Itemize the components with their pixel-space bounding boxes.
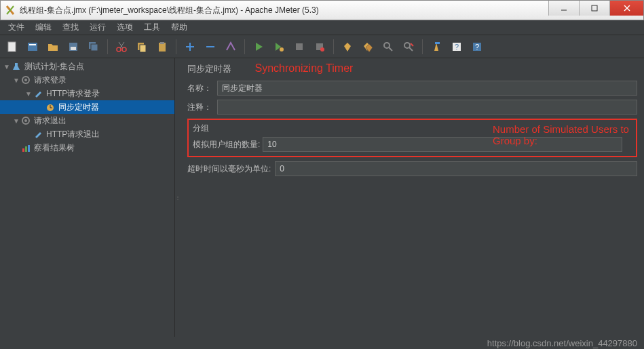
menu-tools[interactable]: 工具	[138, 20, 166, 35]
menu-help[interactable]: 帮助	[166, 20, 193, 35]
splitter[interactable]: ⋮	[175, 58, 181, 337]
start-icon[interactable]	[250, 39, 267, 55]
toolbar-separator	[422, 39, 423, 54]
menu-options[interactable]: 选项	[111, 20, 138, 35]
svg-rect-10	[91, 44, 98, 51]
svg-point-28	[404, 43, 410, 48]
help-icon[interactable]: ?	[449, 39, 465, 55]
toolbar: ? ?	[0, 35, 644, 58]
menu-file[interactable]: 文件	[3, 20, 30, 35]
tree-label: 测试计划-集合点	[24, 61, 84, 73]
tree-test-plan[interactable]: ▼ 测试计划-集合点	[0, 60, 174, 73]
search-icon[interactable]	[380, 39, 396, 55]
toolbar-separator	[333, 39, 334, 54]
footer: https://blog.csdn.net/weixin_44297880	[0, 337, 644, 349]
footer-url: https://blog.csdn.net/weixin_44297880	[487, 338, 637, 348]
svg-line-30	[411, 43, 413, 46]
svg-rect-1	[592, 5, 597, 11]
svg-line-29	[409, 47, 413, 51]
expand-icon[interactable]	[182, 39, 198, 55]
toolbar-separator	[107, 39, 108, 54]
tree-label: 察看结果树	[34, 142, 75, 154]
menu-search[interactable]: 查找	[57, 20, 84, 35]
svg-rect-18	[160, 42, 164, 44]
window-title: 线程组-集合点.jmx (F:\jmeter_workspace\线程组-集合点…	[20, 5, 548, 16]
help-context-icon[interactable]: ?	[469, 39, 485, 55]
collapse-icon[interactable]	[202, 39, 219, 55]
cut-icon[interactable]	[113, 39, 130, 55]
maximize-button[interactable]	[579, 1, 609, 16]
tree-label: HTTP请求登录	[46, 88, 100, 100]
new-icon[interactable]	[4, 39, 20, 55]
minimize-button[interactable]	[548, 1, 579, 16]
tree-label: 同步定时器	[58, 102, 99, 113]
clear-all-icon[interactable]	[360, 39, 376, 55]
menu-run[interactable]: 运行	[84, 20, 111, 35]
tree-view-results[interactable]: 察看结果树	[0, 141, 174, 155]
reset-search-icon[interactable]	[400, 39, 417, 55]
tree-sync-timer[interactable]: 同步定时器	[0, 100, 174, 114]
tree-http-logout[interactable]: HTTP请求退出	[0, 127, 174, 141]
tree-label: 请求登录	[34, 75, 67, 86]
comment-input[interactable]	[217, 100, 637, 115]
svg-point-25	[320, 47, 324, 52]
panel-title: 同步定时器	[187, 63, 231, 75]
svg-rect-5	[28, 43, 37, 51]
paste-icon[interactable]	[154, 39, 170, 55]
svg-line-27	[389, 47, 392, 51]
comment-label: 注释：	[187, 102, 217, 113]
svg-point-22	[280, 47, 284, 52]
svg-rect-23	[296, 43, 303, 50]
save-all-icon[interactable]	[86, 39, 102, 55]
svg-rect-31	[435, 42, 440, 44]
chevron-down-icon[interactable]: ▼	[12, 77, 20, 84]
toggle-icon[interactable]	[223, 39, 239, 55]
timeout-input[interactable]	[275, 161, 637, 176]
svg-rect-44	[25, 146, 27, 152]
templates-icon[interactable]	[24, 39, 41, 55]
chevron-down-icon[interactable]: ▼	[12, 117, 20, 125]
stop-icon[interactable]	[291, 39, 307, 55]
svg-text:?: ?	[475, 43, 479, 51]
start-no-pause-icon[interactable]	[271, 39, 287, 55]
content-panel: 同步定时器 Synchronizing Timer 名称： 注释： 分组 模拟用…	[181, 58, 644, 337]
toolbar-separator	[176, 39, 176, 54]
svg-rect-16	[140, 45, 146, 52]
pipette-icon	[33, 88, 43, 99]
app-icon	[5, 5, 16, 16]
clear-icon[interactable]	[339, 39, 356, 55]
menu-edit[interactable]: 编辑	[30, 20, 57, 35]
svg-rect-6	[29, 44, 36, 45]
save-icon[interactable]	[65, 39, 81, 55]
sim-users-label: 模拟用户组的数量:	[193, 139, 260, 150]
shutdown-icon[interactable]	[311, 39, 328, 55]
chevron-down-icon[interactable]: ▼	[3, 63, 11, 70]
copy-icon[interactable]	[134, 39, 150, 55]
window-titlebar: 线程组-集合点.jmx (F:\jmeter_workspace\线程组-集合点…	[0, 0, 644, 20]
chevron-down-icon[interactable]: ▼	[24, 90, 33, 98]
annotation-title: Synchronizing Timer	[254, 62, 353, 74]
results-icon	[20, 142, 31, 153]
toolbar-separator	[244, 39, 245, 54]
flask-icon	[11, 61, 22, 72]
svg-rect-45	[28, 145, 30, 152]
timeout-label: 超时时间以毫秒为单位:	[187, 163, 271, 175]
close-button[interactable]	[609, 1, 643, 16]
svg-rect-43	[22, 148, 24, 152]
svg-rect-8	[71, 47, 76, 50]
gear-icon	[20, 115, 31, 126]
tree-label: HTTP请求退出	[46, 129, 100, 140]
name-label: 名称：	[187, 83, 217, 94]
tree-request-logout[interactable]: ▼ 请求退出	[0, 114, 174, 127]
name-input[interactable]	[217, 81, 637, 96]
menubar: 文件 编辑 查找 运行 选项 工具 帮助	[0, 20, 644, 35]
gear-icon	[20, 75, 31, 85]
timer-icon	[45, 102, 56, 112]
tree-request-login[interactable]: ▼ 请求登录	[0, 73, 174, 87]
function-helper-icon[interactable]	[428, 39, 444, 55]
annotation-users: Number of Simulated Users to Group by:	[493, 123, 644, 146]
svg-point-37	[24, 79, 27, 81]
tree-label: 请求退出	[34, 115, 67, 127]
tree-http-login[interactable]: ▼ HTTP请求登录	[0, 87, 174, 100]
open-icon[interactable]	[45, 39, 61, 55]
